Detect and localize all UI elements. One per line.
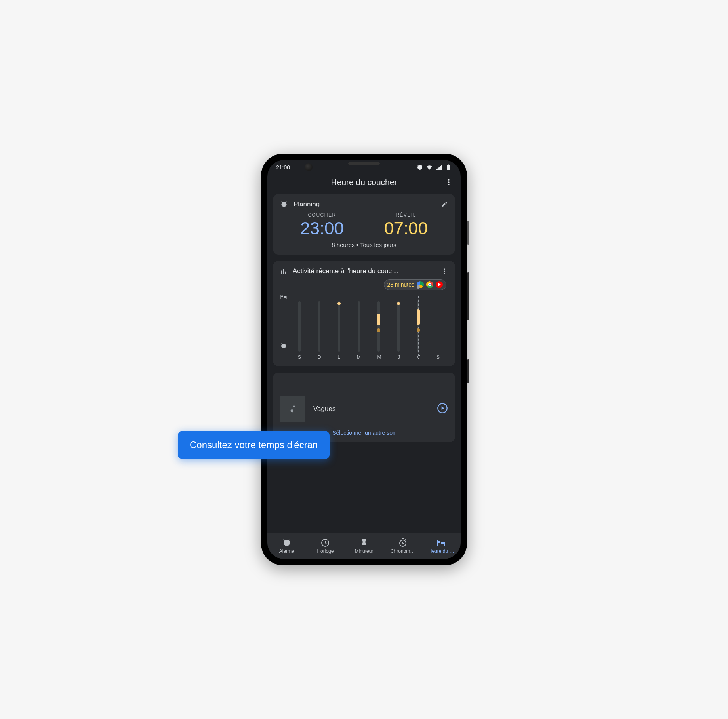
chart-day-column[interactable] xyxy=(313,293,325,352)
chart-x-label: L xyxy=(337,354,340,360)
wifi-icon xyxy=(426,164,433,171)
side-button xyxy=(467,272,469,320)
stage: Consultez votre temps d'écran 21:00 Heur… xyxy=(261,154,467,565)
clock-icon xyxy=(320,538,330,548)
bed-icon xyxy=(280,293,287,302)
stopwatch-icon xyxy=(398,538,408,548)
bedtime-label: COUCHER xyxy=(300,212,344,218)
bedtime-block[interactable]: COUCHER 23:00 xyxy=(300,212,344,238)
chart-x-label: V xyxy=(417,354,420,360)
chart-day-column[interactable] xyxy=(393,293,404,352)
status-time: 21:00 xyxy=(276,164,290,171)
kebab-icon xyxy=(445,178,453,186)
more-options-button[interactable] xyxy=(445,178,453,188)
chart-x-label: S xyxy=(436,354,440,360)
chart-day-column[interactable] xyxy=(373,293,385,352)
svg-point-0 xyxy=(448,179,449,181)
svg-rect-5 xyxy=(285,272,286,274)
activity-title: Activité récente à l'heure du couc… xyxy=(293,267,435,275)
svg-point-6 xyxy=(444,268,445,270)
battery-icon xyxy=(445,164,452,171)
play-button[interactable] xyxy=(437,403,448,415)
wake-value: 07:00 xyxy=(384,219,428,238)
app-bar: Heure du coucher xyxy=(267,173,461,194)
nav-label: Heure du … xyxy=(429,548,454,554)
nav-tab-stopwatch[interactable]: Chronom… xyxy=(383,533,422,559)
nav-label: Chronom… xyxy=(391,548,415,554)
chart-day-column[interactable] xyxy=(432,293,444,352)
activity-card[interactable]: Activité récente à l'heure du couc… 28 m… xyxy=(273,261,455,366)
activity-chart: 28 minutes xyxy=(280,279,448,360)
svg-point-1 xyxy=(448,181,449,183)
bedtime-value: 23:00 xyxy=(300,219,344,238)
bar-chart-icon xyxy=(280,268,287,275)
planning-summary: 8 heures • Tous les jours xyxy=(280,242,448,248)
side-button xyxy=(467,360,469,383)
screen: 21:00 Heure du coucher Pl xyxy=(267,160,461,559)
chart-day-column[interactable] xyxy=(333,293,345,352)
kebab-icon[interactable] xyxy=(441,268,448,275)
chart-x-label: S xyxy=(298,354,301,360)
svg-rect-4 xyxy=(283,269,284,274)
svg-point-2 xyxy=(448,184,449,185)
wake-label: RÉVEIL xyxy=(384,212,428,218)
youtube-icon xyxy=(436,281,443,288)
nav-tab-clock[interactable]: Horloge xyxy=(306,533,345,559)
chart-day-column[interactable] xyxy=(293,293,305,352)
chart-day-column[interactable] xyxy=(353,293,365,352)
signal-icon xyxy=(435,164,442,171)
content: Planning COUCHER 23:00 RÉVEIL 07:00 xyxy=(267,194,461,533)
chart-x-label: J xyxy=(398,354,400,360)
chart-x-label: M xyxy=(357,354,361,360)
bed-icon xyxy=(436,538,446,548)
page-title: Heure du coucher xyxy=(331,177,397,187)
alarm-icon xyxy=(416,164,423,171)
screen-time-callout: Consultez votre temps d'écran xyxy=(178,431,330,459)
svg-point-8 xyxy=(444,273,445,274)
activity-badge: 28 minutes xyxy=(384,279,446,290)
music-note-icon xyxy=(288,405,297,413)
chrome-icon xyxy=(426,281,433,288)
phone-camera xyxy=(305,163,313,171)
svg-rect-3 xyxy=(281,271,282,274)
sound-name: Vagues xyxy=(313,405,429,413)
nav-label: Alarme xyxy=(279,548,294,554)
chart-x-label: D xyxy=(318,354,321,360)
pencil-icon[interactable] xyxy=(441,201,448,208)
chart-day-column[interactable] xyxy=(412,293,424,352)
wake-block[interactable]: RÉVEIL 07:00 xyxy=(384,212,428,238)
alarm-icon xyxy=(280,342,287,351)
planning-title: Planning xyxy=(293,200,320,208)
nav-label: Horloge xyxy=(317,548,334,554)
phone-speaker xyxy=(348,162,380,165)
phone-mockup: 21:00 Heure du coucher Pl xyxy=(261,154,467,565)
planning-card[interactable]: Planning COUCHER 23:00 RÉVEIL 07:00 xyxy=(273,194,455,255)
nav-label: Minuteur xyxy=(355,548,374,554)
nav-tab-hourglass[interactable]: Minuteur xyxy=(345,533,383,559)
activity-badge-text: 28 minutes xyxy=(387,282,414,288)
hourglass-icon xyxy=(359,538,369,548)
nav-tab-bed[interactable]: Heure du … xyxy=(422,533,461,559)
svg-point-7 xyxy=(444,271,445,272)
alarm-icon xyxy=(280,200,288,208)
alarm-icon xyxy=(282,538,292,548)
play-circle-icon xyxy=(437,403,448,414)
side-button xyxy=(467,221,469,245)
chart-x-label: M xyxy=(377,354,381,360)
nav-tab-alarm[interactable]: Alarme xyxy=(267,533,306,559)
bottom-nav: AlarmeHorlogeMinuteurChronom…Heure du … xyxy=(267,533,461,559)
sound-thumbnail xyxy=(280,396,305,422)
